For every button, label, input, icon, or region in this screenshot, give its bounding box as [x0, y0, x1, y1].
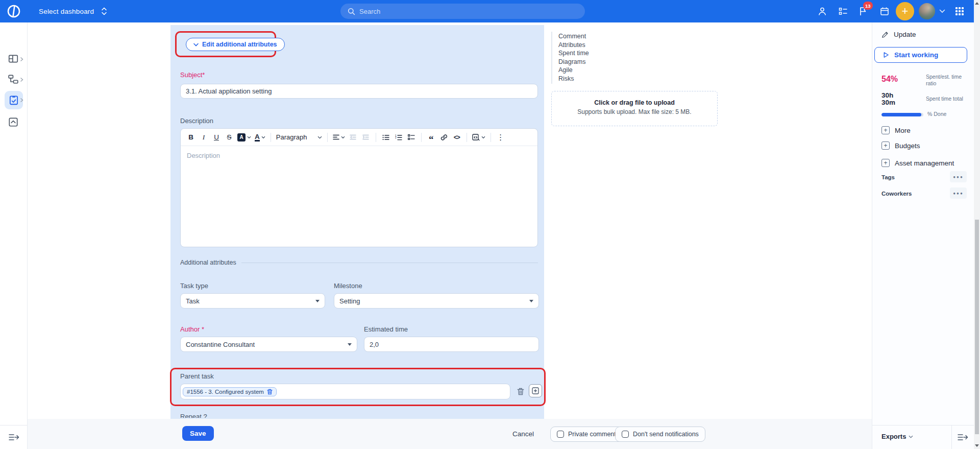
section-more-label: More: [895, 127, 911, 134]
toolbar-divider: [491, 133, 491, 142]
estimated-time-input[interactable]: [364, 337, 539, 352]
done-progress-track: [881, 113, 923, 116]
jump-link-comment[interactable]: Comment: [558, 32, 589, 41]
update-button[interactable]: Update: [881, 31, 916, 38]
notification-badge: 13: [863, 2, 873, 10]
rail-item-archive[interactable]: [8, 116, 20, 129]
quick-add-button[interactable]: +: [896, 2, 914, 20]
section-more[interactable]: + More: [881, 126, 911, 134]
highlight-button[interactable]: A: [236, 131, 253, 144]
link-button[interactable]: [438, 131, 450, 144]
edit-additional-attributes-button[interactable]: Edit additional attributes: [186, 38, 285, 51]
section-jump-links: Comment Attributes Spent time Diagrams A…: [551, 32, 589, 84]
align-left-icon: [333, 134, 339, 140]
ellipsis-icon: ●●●: [953, 191, 964, 196]
tags-menu-button[interactable]: ●●●: [950, 171, 967, 182]
author-select[interactable]: Constantine Consultant: [180, 337, 357, 352]
dont-send-notifications-checkbox[interactable]: [622, 431, 629, 438]
text-color-button[interactable]: A: [253, 131, 267, 144]
app-logo[interactable]: [7, 4, 21, 18]
dont-send-notifications-toggle[interactable]: Don't send notifications: [615, 427, 705, 442]
coworkers-menu-button[interactable]: ●●●: [950, 187, 967, 199]
private-comment-toggle[interactable]: Private comment: [550, 427, 623, 442]
outdent-button[interactable]: [347, 131, 359, 144]
collapse-left-sidebar-button[interactable]: [0, 425, 28, 449]
notifications-button[interactable]: 13: [858, 6, 868, 16]
dashboard-selector[interactable]: Select dashboard: [39, 0, 107, 22]
divider-line: [241, 263, 538, 263]
jump-link-risks[interactable]: Risks: [558, 75, 589, 83]
paragraph-dropdown[interactable]: Paragraph: [275, 131, 324, 144]
spent-ratio-value: 54%: [881, 75, 898, 84]
dropdown-arrow-icon: [348, 343, 352, 346]
italic-button[interactable]: I: [198, 131, 210, 144]
done-label: % Done: [927, 111, 969, 117]
exports-button[interactable]: Exports: [881, 433, 913, 440]
apps-grid-icon: [955, 7, 964, 16]
search-input[interactable]: [359, 8, 578, 15]
numbered-list-button[interactable]: 12: [393, 131, 405, 144]
rail-item-dashboards[interactable]: [8, 53, 20, 65]
subject-input[interactable]: [180, 84, 538, 99]
align-dropdown[interactable]: [331, 131, 347, 144]
topbar: Select dashboard 13: [0, 0, 980, 22]
jump-link-attributes[interactable]: Attributes: [558, 41, 589, 50]
chip-remove-trash-icon[interactable]: [267, 389, 273, 395]
description-editor: B I U S A A Paragraph: [180, 128, 538, 247]
cancel-button[interactable]: Cancel: [512, 430, 534, 438]
task-type-select[interactable]: Task: [180, 293, 325, 309]
todo-list-button[interactable]: [405, 131, 418, 144]
blockquote-button[interactable]: “: [425, 131, 437, 144]
toolbar-divider: [376, 133, 376, 142]
calendar-icon: [879, 6, 890, 16]
section-budgets[interactable]: + Budgets: [881, 141, 920, 150]
strikethrough-button[interactable]: S: [223, 131, 235, 144]
todo-list-icon: [408, 134, 415, 140]
bold-button[interactable]: B: [185, 131, 197, 144]
subject-label: Subject*: [180, 71, 205, 79]
spent-minutes: 30m: [881, 99, 895, 106]
description-input[interactable]: Description: [181, 146, 537, 247]
parent-task-add-button[interactable]: [529, 384, 542, 397]
box-chevron-up-icon: [8, 116, 20, 128]
jump-link-diagrams[interactable]: Diagrams: [558, 58, 589, 66]
private-comment-checkbox[interactable]: [557, 431, 564, 438]
scroll-down-arrow[interactable]: [975, 444, 979, 447]
parent-task-chip[interactable]: #1556 - 3. Configured system: [183, 387, 277, 396]
indent-button[interactable]: [360, 131, 372, 144]
left-rail: [0, 22, 28, 449]
avatar-menu-chevron[interactable]: [939, 9, 945, 13]
select-dashboard-label: Select dashboard: [39, 8, 94, 15]
more-tools-button[interactable]: ⋮: [495, 131, 507, 144]
global-search[interactable]: [340, 4, 585, 19]
jump-link-agile[interactable]: Agile: [558, 66, 589, 75]
my-tasks-button[interactable]: [838, 6, 848, 16]
underline-button[interactable]: U: [210, 131, 223, 144]
avatar[interactable]: [919, 3, 935, 19]
profile-button[interactable]: [817, 6, 827, 16]
page-scrollbar[interactable]: [974, 0, 980, 449]
start-working-button[interactable]: Start working: [874, 47, 967, 63]
bullet-list-button[interactable]: [380, 131, 392, 144]
toolbar-divider: [271, 133, 271, 142]
apps-grid-button[interactable]: [955, 7, 964, 16]
scrollbar-thumb[interactable]: [975, 220, 979, 434]
calendar-button[interactable]: [879, 6, 890, 16]
section-asset-management[interactable]: + Asset management: [881, 159, 954, 167]
text-color-icon: A: [255, 133, 260, 141]
parent-task-input[interactable]: #1556 - 3. Configured system: [180, 384, 510, 399]
code-button[interactable]: <>: [451, 131, 463, 144]
scroll-up-arrow[interactable]: [975, 2, 979, 5]
upload-dropzone[interactable]: Click or drag file to upload Supports bu…: [551, 91, 718, 126]
pencil-icon: [881, 31, 889, 38]
plus-square-icon: +: [881, 141, 890, 150]
save-button[interactable]: Save: [182, 426, 214, 441]
chevron-down-icon: [261, 136, 265, 139]
milestone-value: Setting: [339, 297, 360, 305]
collapse-right-sidebar-button[interactable]: [957, 433, 968, 441]
jump-link-spent-time[interactable]: Spent time: [558, 49, 589, 58]
milestone-select[interactable]: Setting: [334, 293, 539, 309]
rail-item-projects[interactable]: [8, 74, 20, 86]
parent-task-clear-button[interactable]: [514, 385, 527, 397]
insert-template-button[interactable]: [471, 131, 487, 144]
